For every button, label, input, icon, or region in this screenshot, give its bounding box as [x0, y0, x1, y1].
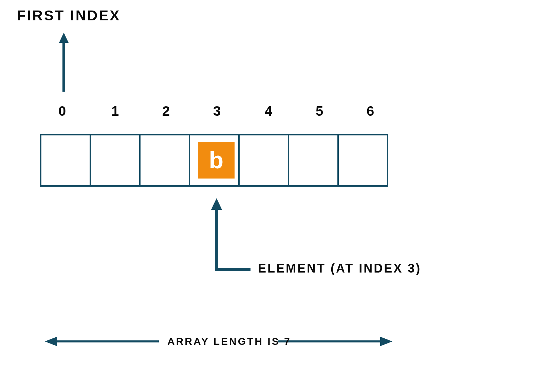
svg-marker-8	[380, 337, 392, 346]
array-cell	[238, 134, 289, 187]
arrow-length-left-icon	[43, 336, 159, 350]
index-4: 4	[265, 104, 273, 119]
array-cell	[288, 134, 339, 187]
arrow-length-right-icon	[278, 336, 394, 350]
highlighted-element: b	[198, 142, 235, 179]
element-label: ELEMENT (AT INDEX 3)	[258, 261, 421, 276]
arrow-up-first-index-icon	[58, 31, 72, 95]
index-1: 1	[111, 104, 119, 119]
index-2: 2	[162, 104, 170, 119]
index-6: 6	[367, 104, 375, 119]
index-0: 0	[58, 104, 67, 119]
first-index-label: FIRST INDEX	[17, 7, 121, 24]
element-value: b	[209, 148, 224, 172]
array-cell	[40, 134, 91, 187]
svg-marker-1	[59, 33, 69, 43]
svg-marker-4	[211, 198, 222, 210]
array-cell	[337, 134, 388, 187]
array-cell	[139, 134, 190, 187]
length-label: ARRAY LENGTH IS 7	[167, 336, 291, 347]
array-cell	[90, 134, 141, 187]
index-5: 5	[316, 104, 324, 119]
arrow-element-icon	[210, 197, 257, 275]
svg-marker-6	[45, 337, 57, 346]
index-3: 3	[213, 104, 221, 119]
array-diagram: FIRST INDEX 0 1 2 3 4 5 6 b ELEMENT (AT …	[0, 0, 556, 392]
